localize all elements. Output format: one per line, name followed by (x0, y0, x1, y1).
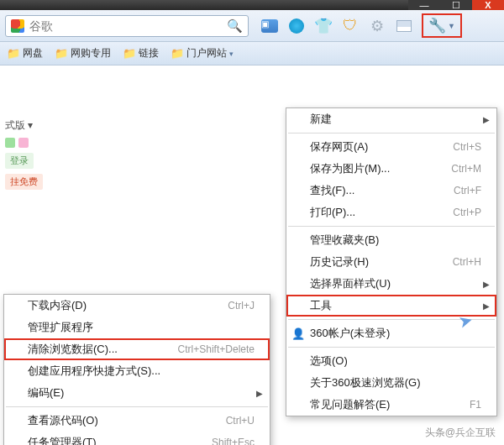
menu-item-shortcut: Ctrl+U (226, 415, 255, 427)
menu-item-label: 打印(P)... (310, 205, 433, 220)
submenu-arrow-icon: ▶ (256, 389, 263, 398)
menu-item-icon: 👤 (291, 327, 305, 340)
toolbar-icons: ▣ 👕 🛡 ⚙ 🔧 ▼ (260, 13, 462, 38)
login-badge[interactable]: 登录 (5, 153, 34, 169)
folder-icon: 📁 (123, 47, 136, 60)
menu-separator (288, 133, 495, 134)
menu-item-shortcut: Ctrl+S (453, 141, 481, 153)
bookmark-label: 链接 (139, 46, 159, 60)
sub-menu-item[interactable]: 编码(E)▶ (4, 382, 270, 404)
bookmark-label: 门户网站 (186, 46, 227, 60)
search-icon[interactable]: 🔍 (227, 18, 243, 34)
menu-item-shortcut: Shift+Esc (212, 437, 255, 445)
color-swatch[interactable] (5, 138, 15, 148)
main-menu-item[interactable]: 保存为图片(M)...Ctrl+M (286, 158, 496, 180)
sub-menu-item[interactable]: 创建应用程序快捷方式(S)... (4, 360, 270, 382)
bookmark-folder[interactable]: 📁链接 (123, 46, 159, 60)
menu-item-shortcut: Ctrl+F (454, 185, 481, 196)
menu-separator (6, 406, 268, 407)
menu-item-shortcut: Ctrl+J (228, 300, 255, 312)
menu-item-label: 选择界面样式(U) (310, 276, 481, 291)
menu-item-label: 选项(O) (310, 353, 481, 369)
menu-item-label: 新建 (310, 112, 481, 127)
main-menu-item[interactable]: 保存网页(A)Ctrl+S (286, 136, 496, 158)
submenu-arrow-icon: ▶ (483, 280, 490, 289)
submenu-arrow-icon: ▶ (483, 115, 490, 124)
settings-icon[interactable]: ⚙ (368, 17, 386, 35)
menu-separator (288, 347, 495, 348)
menu-item-shortcut: Ctrl+M (451, 163, 481, 175)
menu-item-label: 工具 (310, 298, 481, 313)
menu-item-shortcut: F1 (470, 399, 481, 411)
menu-item-label: 360帐户(未登录) (310, 326, 481, 341)
menu-item-label: 清除浏览数据(C)... (28, 342, 158, 357)
menu-item-label: 历史记录(H) (310, 254, 433, 270)
menu-item-label: 保存网页(A) (310, 139, 433, 154)
sub-menu-item[interactable]: 管理扩展程序 (4, 317, 270, 338)
menu-item-label: 管理扩展程序 (28, 320, 255, 335)
search-input[interactable] (29, 19, 220, 33)
bookmark-label: 网购专用 (71, 46, 111, 60)
color-swatch[interactable] (18, 138, 29, 148)
main-menu-item[interactable]: 打印(P)...Ctrl+P (286, 202, 496, 223)
menu-item-shortcut: Ctrl+P (453, 207, 481, 218)
address-bar[interactable]: 🔍 (5, 15, 249, 37)
menu-item-label: 管理收藏夹(B) (310, 233, 481, 248)
menu-item-label: 查看源代码(O) (28, 413, 206, 428)
content-area: 式版 ▾ 登录 挂免费 新建▶保存网页(A)Ctrl+S保存为图片(M)...C… (0, 65, 504, 445)
main-menu-item[interactable]: 选项(O) (286, 350, 496, 372)
submenu-arrow-icon: ▶ (483, 301, 490, 311)
free-badge[interactable]: 挂免费 (5, 174, 43, 190)
menu-item-label: 任务管理器(T) (28, 435, 192, 445)
toolbar: 🔍 ▣ 👕 🛡 ⚙ 🔧 ▼ (0, 10, 504, 42)
main-menu-item[interactable]: 管理收藏夹(B) (286, 229, 496, 251)
bookmark-label: 网盘 (23, 46, 43, 60)
window-titlebar: — ☐ X (0, 0, 504, 10)
folder-icon: 📁 (55, 47, 68, 60)
sub-menu-item[interactable]: 查看源代码(O)Ctrl+U (4, 410, 270, 432)
sub-menu-item[interactable]: 清除浏览数据(C)...Ctrl+Shift+Delete (4, 338, 270, 360)
menu-item-label: 查找(F)... (310, 183, 433, 198)
wrench-menu-button[interactable]: 🔧 ▼ (422, 13, 462, 38)
page-fragment: 式版 ▾ 登录 挂免费 (0, 116, 48, 192)
globe-icon[interactable] (287, 17, 306, 35)
chevron-down-icon: ▼ (448, 22, 455, 30)
mail-icon[interactable] (395, 17, 413, 35)
sub-menu-item[interactable]: 任务管理器(T)Shift+Esc (4, 432, 270, 445)
main-menu: 新建▶保存网页(A)Ctrl+S保存为图片(M)...Ctrl+M查找(F)..… (286, 107, 497, 416)
bookmarks-bar: 📁网盘 📁网购专用 📁链接 📁门户网站 ▾ (0, 42, 504, 65)
bookmark-folder[interactable]: 📁网购专用 (55, 46, 111, 60)
bookmark-folder[interactable]: 📁门户网站 ▾ (171, 46, 234, 60)
watermark: 头条@兵企互联 (425, 426, 496, 440)
main-menu-item[interactable]: 新建▶ (286, 108, 496, 130)
menu-item-label: 下载内容(D) (28, 298, 207, 313)
menu-item-label: 编码(E) (28, 385, 255, 400)
screenshot-icon[interactable]: ▣ (260, 17, 279, 35)
menu-item-label: 创建应用程序快捷方式(S)... (28, 364, 255, 379)
main-menu-item[interactable]: 选择界面样式(U)▶ (286, 273, 496, 295)
menu-item-shortcut: Ctrl+H (453, 256, 481, 268)
chevron-down-icon: ▾ (229, 50, 234, 58)
main-menu-item[interactable]: 常见问题解答(E)F1 (286, 394, 496, 416)
menu-item-label: 保存为图片(M)... (310, 161, 431, 176)
google-icon (11, 19, 24, 33)
menu-separator (288, 226, 495, 227)
menu-item-label: 常见问题解答(E) (310, 397, 449, 412)
main-menu-item[interactable]: 查找(F)...Ctrl+F (286, 180, 496, 202)
bookmark-folder[interactable]: 📁网盘 (7, 46, 43, 60)
menu-item-label: 关于360极速浏览器(G) (310, 375, 481, 390)
folder-icon: 📁 (171, 47, 184, 60)
sub-menu-item[interactable]: 下载内容(D)Ctrl+J (4, 295, 270, 317)
main-menu-item[interactable]: 关于360极速浏览器(G) (286, 372, 496, 394)
folder-icon: 📁 (7, 47, 20, 60)
wrench-icon: 🔧 (428, 17, 446, 34)
skin-icon[interactable]: 👕 (314, 17, 333, 35)
main-menu-item[interactable]: 历史记录(H)Ctrl+H (286, 251, 496, 273)
shield-icon[interactable]: 🛡 (341, 17, 360, 35)
menu-item-shortcut: Ctrl+Shift+Delete (178, 343, 255, 355)
tools-submenu: 下载内容(D)Ctrl+J管理扩展程序清除浏览数据(C)...Ctrl+Shif… (3, 294, 270, 445)
mode-dropdown[interactable]: 式版 ▾ (5, 118, 33, 133)
